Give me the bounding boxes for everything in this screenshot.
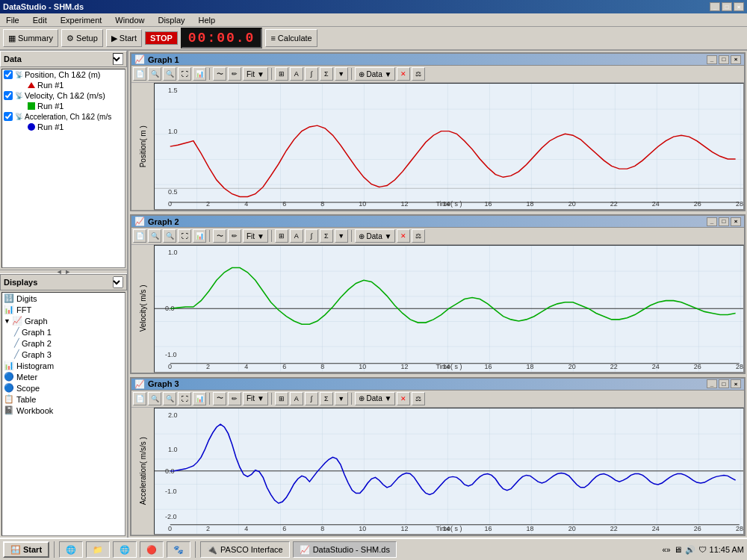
display-graph2[interactable]: ╱ Graph 2 [2,337,125,349]
graph3-close[interactable]: × [731,379,741,388]
displays-dropdown[interactable] [113,276,123,288]
graph2-tb-curve[interactable]: 〜 [213,229,226,243]
graph1-tb-new[interactable]: 📄 [133,67,146,81]
setup-button[interactable]: ⚙ Setup [61,29,103,47]
graph3-tb-table[interactable]: ⊞ [275,392,288,405]
graph1-tb-select[interactable]: ⛶ [178,67,191,81]
graph1-tb-data[interactable]: ⊕ Data ▼ [355,67,396,81]
graph2-tb-text[interactable]: A [290,229,303,243]
graph1-tb-bar[interactable]: 📊 [193,67,206,81]
graph3-tb-fit-label[interactable]: Fit ▼ [243,392,268,405]
graph1-tb-delete[interactable]: ✕ [397,67,410,81]
graph2-tb-stats[interactable]: ▼ [335,229,348,243]
graph1-tb-curve[interactable]: 〜 [213,67,226,81]
position-checkbox[interactable] [4,70,13,79]
data-dropdown[interactable] [113,53,123,65]
graph1-tb-fit[interactable]: ✏ [228,67,241,81]
graph3-tb-scale[interactable]: ⚖ [412,392,425,405]
graph2-tb-scale[interactable]: ⚖ [412,229,425,243]
taskbar-item-explorer[interactable]: 🌐 [59,541,83,558]
graph3-tb-new[interactable]: 📄 [133,392,146,405]
graph1-tb-sigma[interactable]: ∫ [305,67,318,81]
display-graph3[interactable]: ╱ Graph 3 [2,349,125,360]
taskbar-item-browser[interactable]: 🌐 [113,541,137,558]
graph2-tb-delete[interactable]: ✕ [397,229,410,243]
data-acceleration-item[interactable]: 📡 Acceleration, Ch 1&2 (m/s [2,111,125,122]
display-histogram[interactable]: 📊 Histogram [2,360,125,371]
maximize-button[interactable]: □ [722,2,732,11]
graph3-maximize[interactable]: □ [719,379,729,388]
graph1-tb-zoom-out[interactable]: 🔍 [163,67,176,81]
acceleration-checkbox[interactable] [4,112,13,121]
taskbar-pasco[interactable]: 🔌 PASCO Interface [200,541,290,558]
display-meter[interactable]: 🔵 Meter [2,371,125,382]
graph2-tb-fit[interactable]: ✏ [228,229,241,243]
close-button[interactable]: × [734,2,744,11]
graph2-tb-sigma[interactable]: ∫ [305,229,318,243]
minimize-button[interactable]: _ [710,2,720,11]
graph3-minimize[interactable]: _ [707,379,717,388]
display-table[interactable]: 📋 Table [2,393,125,405]
graph3-tb-curve[interactable]: 〜 [213,392,226,405]
graph2-tb-sum[interactable]: Σ [320,229,333,243]
graph3-window-controls[interactable]: _ □ × [707,379,741,388]
graph1-minimize[interactable]: _ [707,55,717,64]
graph3-tb-text[interactable]: A [290,392,303,405]
graph3-tb-fit[interactable]: ✏ [228,392,241,405]
graph1-window-controls[interactable]: _ □ × [707,55,741,64]
graph2-tb-bar[interactable]: 📊 [193,229,206,243]
velocity-checkbox[interactable] [4,91,13,100]
graph2-maximize[interactable]: □ [719,217,729,226]
menu-display[interactable]: Display [155,16,187,25]
graph3-tb-zoom-in[interactable]: 🔍 [148,392,161,405]
display-graph-folder[interactable]: ▼ 📈 Graph [2,315,125,326]
menu-file[interactable]: File [3,16,22,25]
graph2-window-controls[interactable]: _ □ × [707,217,741,226]
data-acceleration-run1[interactable]: Run #1 [2,122,125,132]
data-velocity-run1[interactable]: Run #1 [2,101,125,111]
summary-button[interactable]: ▦ Summary [3,29,58,47]
graph2-minimize[interactable]: _ [707,217,717,226]
graph1-maximize[interactable]: □ [719,55,729,64]
display-workbook[interactable]: 📓 Workbook [2,405,125,416]
data-position-item[interactable]: 📡 Position, Ch 1&2 (m) [2,69,125,80]
display-digits[interactable]: 🔢 Digits [2,293,125,304]
graph3-tb-select[interactable]: ⛶ [178,392,191,405]
graph1-tb-fit-label[interactable]: Fit ▼ [243,67,268,81]
graph3-tb-data[interactable]: ⊕ Data ▼ [355,392,396,405]
graph1-plot-area[interactable]: Run #1 ◄ [154,83,744,210]
start-button-taskbar[interactable]: 🪟 Start [3,541,49,558]
menu-window[interactable]: Window [112,16,147,25]
display-graph1[interactable]: ╱ Graph 1 [2,326,125,337]
graph2-tb-zoom-out[interactable]: 🔍 [163,229,176,243]
graph1-tb-zoom-in[interactable]: 🔍 [148,67,161,81]
window-controls[interactable]: _ □ × [710,2,744,11]
calculate-button[interactable]: ≡ Calculate [265,29,317,47]
graph3-tb-bar[interactable]: 📊 [193,392,206,405]
graph2-plot-area[interactable]: Run #1 [154,245,744,372]
graph2-close[interactable]: × [731,217,741,226]
graph3-tb-sum[interactable]: Σ [320,392,333,405]
graph3-tb-sigma[interactable]: ∫ [305,392,318,405]
menu-experiment[interactable]: Experiment [58,16,105,25]
menu-edit[interactable]: Edit [30,16,50,25]
start-button[interactable]: ▶ Start [106,29,142,47]
graph2-tb-new[interactable]: 📄 [133,229,146,243]
graph2-tb-data[interactable]: ⊕ Data ▼ [355,229,396,243]
data-position-run1[interactable]: Run #1 [2,80,125,90]
taskbar-item-media[interactable]: 🔴 [140,541,164,558]
menu-help[interactable]: Help [196,16,219,25]
graph1-tb-scale[interactable]: ⚖ [412,67,425,81]
graph1-tb-stats[interactable]: ▼ [335,67,348,81]
graph3-tb-zoom-out[interactable]: 🔍 [163,392,176,405]
graph1-tb-sum[interactable]: Σ [320,67,333,81]
graph1-tb-text[interactable]: A [290,67,303,81]
graph2-tb-fit-label[interactable]: Fit ▼ [243,229,268,243]
graph2-tb-zoom-in[interactable]: 🔍 [148,229,161,243]
graph1-tb-table[interactable]: ⊞ [275,67,288,81]
taskbar-item-app2[interactable]: 🐾 [167,541,190,558]
graph3-tb-delete[interactable]: ✕ [397,392,410,405]
data-velocity-item[interactable]: 📡 Velocity, Ch 1&2 (m/s) [2,90,125,101]
graph3-plot-area[interactable]: Run #1 [154,408,744,535]
graph2-tb-table[interactable]: ⊞ [275,229,288,243]
